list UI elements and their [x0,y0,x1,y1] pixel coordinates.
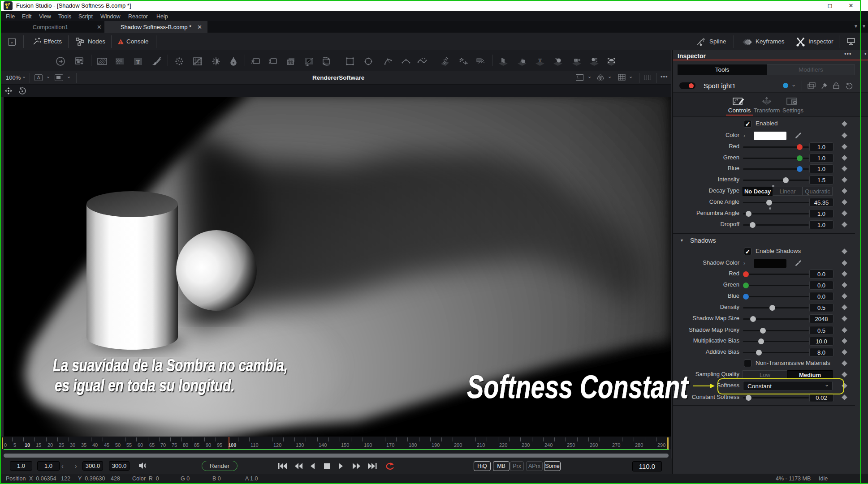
svg-text:T: T [136,58,140,65]
svg-text:T: T [538,57,542,64]
